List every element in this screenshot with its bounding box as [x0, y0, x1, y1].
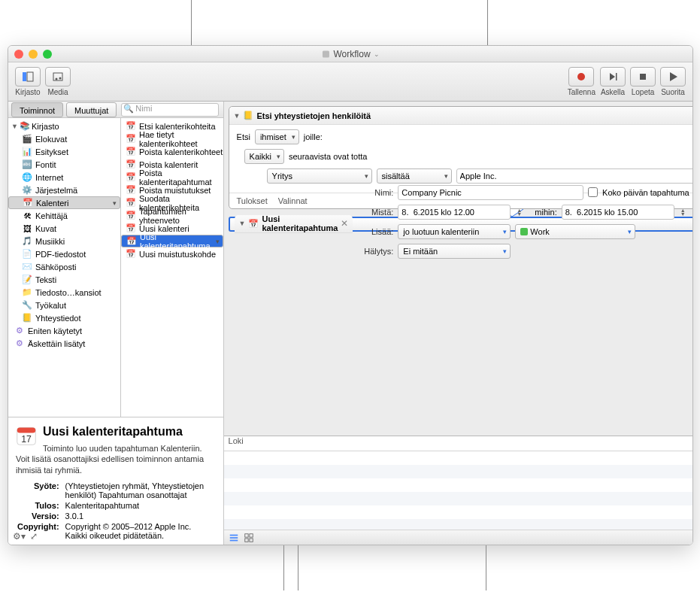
action-list-item[interactable]: 📅Poista kalenteritapahtumat — [121, 171, 223, 184]
description-body: Toiminto luo uuden tapahtuman Kalenterii… — [16, 443, 216, 475]
sidebar-category[interactable]: 🌐Internet — [8, 171, 120, 184]
disclosure-icon[interactable]: ▼ — [234, 112, 241, 120]
svg-rect-0 — [323, 50, 329, 57]
close-window-button[interactable] — [14, 50, 23, 59]
match-select[interactable]: Kaikki — [244, 149, 284, 164]
sidebar-category[interactable]: 🎬Elokuvat — [8, 132, 120, 145]
allday-checkbox[interactable] — [588, 187, 598, 197]
svg-rect-1 — [23, 72, 26, 81]
find-type-select[interactable]: ihmiset — [255, 129, 299, 144]
sidebar-category[interactable]: 🔤Fontit — [8, 158, 120, 171]
tab-variables[interactable]: Muuttujat — [66, 102, 117, 117]
action-list[interactable]: 📅Etsi kalenterikohteita📅Hae tietyt kalen… — [121, 118, 223, 417]
alarm-select[interactable]: Ei mitään — [398, 244, 511, 259]
sidebar-category[interactable]: 📒Yhteystiedot — [8, 311, 120, 324]
stepper-icon[interactable]: ▲▼ — [680, 208, 689, 217]
svg-rect-17 — [244, 538, 247, 541]
tab-actions[interactable]: Toiminnot — [11, 102, 63, 117]
action-title: Etsi yhteystietojen henkilöitä — [256, 111, 371, 120]
library-toggle-button[interactable]: Kirjasto — [15, 67, 41, 96]
log-column-header[interactable]: Loki — [224, 436, 692, 451]
sidebar-category[interactable]: 📊Esitykset — [8, 145, 120, 158]
expand-icon[interactable]: ⤢ — [30, 531, 38, 542]
sidebar-category[interactable]: 📝Teksti — [8, 273, 120, 286]
action-title: Uusi kalenteritapahtuma — [262, 214, 338, 232]
step-button[interactable]: Askella — [600, 67, 626, 96]
workflow-action-new-calendar-event[interactable]: ▼ 📅 Uusi kalenteritapahtuma ✕ Nimi: Koko… — [229, 217, 692, 232]
svg-rect-10 — [17, 428, 36, 433]
svg-rect-18 — [249, 538, 252, 541]
automator-window: Workflow ⌄ Kirjasto Media Tallenna Askel… — [8, 45, 693, 545]
description-title: Uusi kalenteritapahtuma — [16, 425, 216, 439]
options-button[interactable]: Valinnat — [278, 196, 308, 205]
sidebar-smart-group[interactable]: ⚙︎Äskettäin lisätyt — [8, 337, 120, 350]
minimize-window-button[interactable] — [29, 50, 38, 59]
sidebar-category[interactable]: 📄PDF-tiedostot — [8, 247, 120, 260]
run-button[interactable]: Suorita — [660, 67, 686, 96]
titlebar: Workflow ⌄ — [8, 46, 692, 62]
stop-button[interactable]: Lopeta — [630, 67, 656, 96]
svg-point-4 — [56, 78, 58, 80]
log-panel: Loki Kesto — [224, 436, 692, 545]
svg-rect-3 — [53, 73, 62, 80]
action-list-item[interactable]: 📅Uusi kalenteritapahtuma — [121, 235, 223, 247]
action-list-item[interactable]: 📅Hae tietyt kalenterikohteet — [121, 132, 223, 145]
sidebar-category[interactable]: 🔧Työkalut — [8, 299, 120, 311]
window-title: Workflow ⌄ — [321, 49, 379, 59]
sidebar-category[interactable]: 📅Kalenteri — [8, 196, 120, 209]
svg-rect-8 — [640, 74, 646, 80]
svg-rect-2 — [27, 72, 33, 81]
results-button[interactable]: Tulokset — [237, 196, 268, 205]
log-rows — [224, 451, 692, 530]
sidebar-category[interactable]: 🎵Musiikki — [8, 235, 120, 247]
from-date-input[interactable] — [398, 205, 511, 220]
sidebar-category[interactable]: ⚙️Järjestelmä — [8, 184, 120, 196]
to-date-input[interactable] — [562, 205, 674, 220]
svg-point-5 — [59, 77, 62, 80]
calendar-icon: 📅 — [248, 218, 259, 229]
calendar-icon: 17 — [16, 425, 37, 446]
sidebar-smart-group[interactable]: ⚙︎Eniten käytetyt — [8, 324, 120, 337]
toolbar: Kirjasto Media Tallenna Askella Lopeta S… — [8, 62, 692, 102]
description-panel: 17 Uusi kalenteritapahtuma Toiminto luo … — [8, 417, 223, 545]
disclosure-icon[interactable]: ▼ — [239, 220, 246, 227]
list-view-icon[interactable] — [229, 533, 239, 543]
svg-text:17: 17 — [21, 434, 32, 445]
add-mode-select[interactable]: jo luotuun kalenteriin — [398, 224, 511, 239]
contacts-icon: 📒 — [243, 111, 253, 121]
event-name-input[interactable] — [398, 185, 583, 200]
sidebar-category[interactable]: 📁Tiedosto…kansiot — [8, 286, 120, 299]
svg-rect-7 — [616, 73, 617, 80]
action-list-item[interactable]: 📅Poista kalenterikohteet — [121, 145, 223, 158]
grid-view-icon[interactable] — [244, 533, 254, 543]
close-icon[interactable]: ✕ — [341, 218, 348, 229]
search-input[interactable]: Nimi — [121, 103, 218, 117]
sidebar-category[interactable]: ✉️Sähköposti — [8, 260, 120, 273]
sidebar-category[interactable]: 🛠Kehittäjä — [8, 209, 120, 222]
media-button[interactable]: Media — [45, 67, 71, 96]
svg-point-6 — [577, 73, 585, 80]
svg-rect-15 — [244, 533, 247, 536]
category-list[interactable]: ▼📚Kirjasto 🎬Elokuvat📊Esitykset🔤Fontit🌐In… — [8, 118, 121, 417]
record-button[interactable]: Tallenna — [568, 67, 595, 96]
sidebar-category[interactable]: 🖼Kuvat — [8, 222, 120, 235]
stepper-icon[interactable]: ▲▼ — [517, 208, 526, 217]
action-list-item[interactable]: 📅Tapahtumien yhteenveto — [121, 209, 223, 222]
svg-rect-16 — [249, 533, 252, 536]
zoom-window-button[interactable] — [43, 50, 52, 59]
gear-icon[interactable]: ⚙︎▾ — [13, 531, 26, 542]
calendar-select[interactable]: Work — [515, 224, 635, 239]
